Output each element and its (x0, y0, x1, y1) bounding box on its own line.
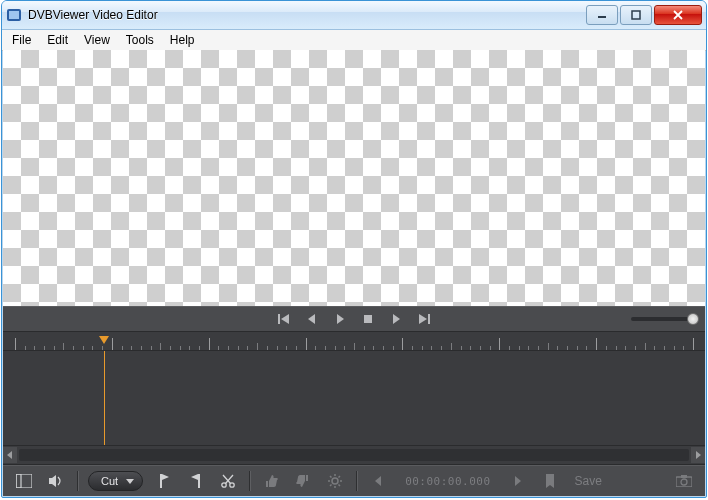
snapshot-button[interactable] (673, 471, 695, 491)
ruler-tick (625, 346, 626, 350)
playhead-handle[interactable] (99, 336, 109, 344)
transport-bar (3, 306, 705, 332)
ruler-tick (344, 346, 345, 350)
ruler-tick (25, 346, 26, 350)
step-forward-button[interactable] (389, 312, 403, 326)
close-button[interactable] (654, 5, 702, 25)
svg-rect-11 (428, 314, 430, 324)
ruler-tick (490, 346, 491, 350)
timecode-display: 00:00:00.000 (399, 475, 496, 488)
go-end-button[interactable] (417, 312, 431, 326)
svg-marker-7 (337, 314, 344, 324)
mark-in-button[interactable] (153, 471, 175, 491)
nav-right-button[interactable] (691, 447, 705, 463)
svg-rect-1 (9, 11, 19, 19)
mode-label: Cut (101, 472, 118, 490)
save-button[interactable]: Save (571, 474, 602, 488)
step-back-button[interactable] (305, 312, 319, 326)
ruler-tick (383, 346, 384, 350)
ruler-tick (267, 346, 268, 350)
ruler-tick (683, 346, 684, 350)
play-button[interactable] (333, 312, 347, 326)
window-title: DVBViewer Video Editor (28, 8, 584, 22)
ruler-tick (693, 338, 694, 350)
mark-out-button[interactable] (185, 471, 207, 491)
maximize-button[interactable] (620, 5, 652, 25)
ruler-tick (228, 346, 229, 350)
scissors-button[interactable] (217, 471, 239, 491)
bookmark-button[interactable] (539, 471, 561, 491)
svg-rect-17 (160, 474, 162, 488)
ruler-tick (364, 346, 365, 350)
menu-edit[interactable]: Edit (39, 30, 76, 50)
menu-view[interactable]: View (76, 30, 118, 50)
next-marker-button[interactable] (507, 471, 529, 491)
svg-rect-15 (16, 474, 21, 488)
titlebar[interactable]: DVBViewer Video Editor (2, 1, 706, 30)
ruler-tick (44, 346, 45, 350)
ruler-tick (470, 346, 471, 350)
menu-tools[interactable]: Tools (118, 30, 162, 50)
minimize-button[interactable] (586, 5, 618, 25)
ruler-tick (325, 346, 326, 350)
ruler-tick (538, 346, 539, 350)
ruler-tick (315, 346, 316, 350)
ruler-tick (645, 343, 646, 350)
ruler-tick (83, 346, 84, 350)
nav-track[interactable] (19, 449, 689, 461)
ruler-tick (131, 346, 132, 350)
ruler-tick (616, 346, 617, 350)
svg-marker-33 (515, 476, 521, 486)
ruler-tick (286, 346, 287, 350)
svg-point-35 (681, 479, 687, 485)
ruler-tick (247, 346, 248, 350)
ruler-tick (218, 346, 219, 350)
zoom-slider[interactable] (631, 317, 697, 321)
video-preview[interactable] (3, 50, 705, 306)
ruler-tick (412, 346, 413, 350)
menu-help[interactable]: Help (162, 30, 203, 50)
ruler-tick (73, 346, 74, 350)
svg-rect-3 (632, 11, 640, 19)
timeline-ruler[interactable] (3, 332, 705, 351)
ruler-tick (141, 346, 142, 350)
mode-selector[interactable]: Cut (88, 471, 143, 491)
svg-line-28 (330, 476, 332, 478)
audio-mute-button[interactable] (45, 471, 67, 491)
ruler-tick (509, 346, 510, 350)
settings-button[interactable] (324, 471, 346, 491)
ruler-tick (54, 346, 55, 350)
ruler-tick (354, 343, 355, 350)
ruler-tick (654, 346, 655, 350)
ruler-tick (170, 346, 171, 350)
menubar: File Edit View Tools Help (2, 30, 706, 51)
ruler-tick (567, 346, 568, 350)
prev-marker-button[interactable] (367, 471, 389, 491)
thumb-down-button[interactable] (292, 471, 314, 491)
app-window: DVBViewer Video Editor File Edit View To… (1, 0, 707, 498)
zoom-slider-thumb[interactable] (687, 313, 699, 325)
svg-rect-2 (598, 16, 606, 18)
project-panel-button[interactable] (13, 471, 35, 491)
stop-button[interactable] (361, 312, 375, 326)
ruler-tick (92, 346, 93, 350)
ruler-tick (635, 346, 636, 350)
menu-file[interactable]: File (4, 30, 39, 50)
ruler-tick (557, 346, 558, 350)
thumb-up-button[interactable] (260, 471, 282, 491)
ruler-tick (373, 346, 374, 350)
svg-marker-9 (393, 314, 400, 324)
svg-line-29 (339, 485, 341, 487)
ruler-tick (160, 343, 161, 350)
ruler-tick (431, 346, 432, 350)
svg-marker-32 (375, 476, 381, 486)
ruler-tick (519, 346, 520, 350)
transport-controls (277, 312, 431, 326)
svg-marker-6 (308, 314, 315, 324)
timeline-tracks[interactable] (3, 351, 705, 446)
svg-point-23 (332, 478, 338, 484)
ruler-tick (63, 343, 64, 350)
nav-left-button[interactable] (3, 447, 17, 463)
go-start-button[interactable] (277, 312, 291, 326)
svg-marker-18 (162, 474, 169, 480)
